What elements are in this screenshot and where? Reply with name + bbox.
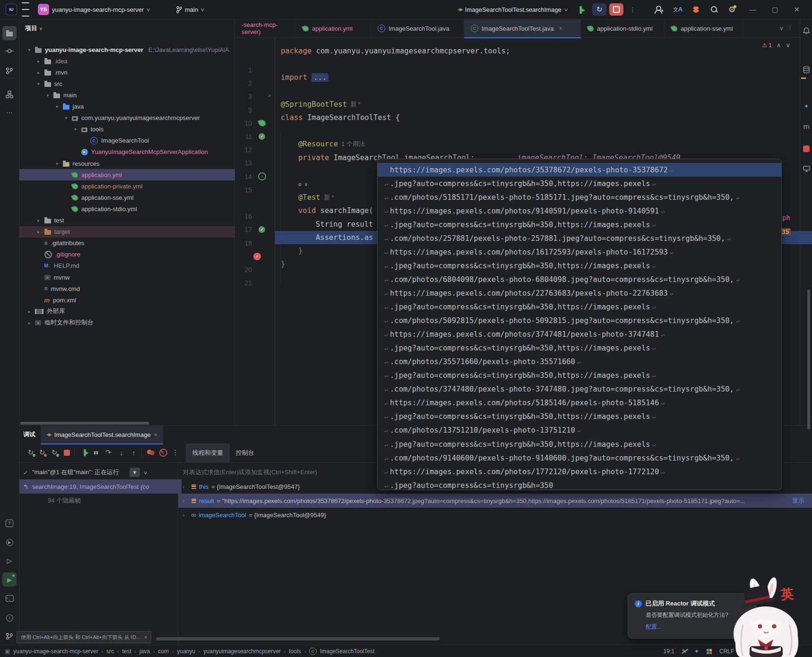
- close-icon[interactable]: ×: [154, 431, 158, 438]
- more-tools-icon[interactable]: ⋯: [2, 105, 17, 119]
- tree-item-.idea[interactable]: ▸.idea: [19, 55, 251, 67]
- step-into-button[interactable]: ↓: [116, 446, 127, 459]
- problems-icon[interactable]: !: [2, 611, 17, 625]
- commit-icon[interactable]: [2, 44, 17, 58]
- intention-gear-icon[interactable]: ⚙ ∨: [298, 181, 308, 188]
- starburst-plugin-button[interactable]: [692, 0, 700, 19]
- chevron-right-icon[interactable]: ›: [183, 484, 189, 489]
- code-with-me-button[interactable]: +: [654, 0, 662, 19]
- breadcrumb-com[interactable]: com: [158, 648, 169, 655]
- popup-value-line[interactable]: ↵.com/photos/13751210/pexels-photo-13751…: [378, 424, 782, 437]
- project-panel-header[interactable]: 项目 ∨: [25, 24, 43, 33]
- horizontal-scrollbar[interactable]: [156, 637, 440, 640]
- popup-value-line[interactable]: ↵.com/photos/35571660/pexels-photo-35571…: [378, 355, 782, 369]
- step-over-button[interactable]: ↷: [103, 446, 114, 459]
- tree-item-mvnw.cmd[interactable]: ≡mvnw.cmd: [19, 283, 251, 294]
- fold-chevron-icon[interactable]: >: [268, 93, 271, 98]
- tree-chevron-icon[interactable]: ▾: [72, 127, 79, 132]
- tab-application.yml[interactable]: application.yml: [296, 19, 371, 37]
- vcs-branch-widget[interactable]: main ∨: [176, 0, 205, 19]
- chevron-right-icon[interactable]: ›: [183, 512, 189, 518]
- caret-position[interactable]: 19:1: [664, 648, 674, 655]
- tree-item-yuanyu-image-search-mcp-server[interactable]: ▾yuanyu-image-search-mcp-serverE:\JavaLe…: [19, 44, 241, 55]
- tree-item-main[interactable]: ▾main: [19, 89, 259, 101]
- tab-ImageSearchToolTest.java[interactable]: CImageSearchToolTest.java×: [464, 19, 581, 38]
- breadcrumb-yuanyuimagesearchmcpserver[interactable]: yuanyuimagesearchmcpserver: [204, 648, 281, 655]
- popup-value-line[interactable]: ↵.jpeg?auto=compress&cs=tinysrgb&h=350,h…: [378, 218, 782, 231]
- resume-program-button[interactable]: ▐▶: [578, 0, 584, 19]
- tree-item-外部库[interactable]: ▸外部库: [19, 306, 241, 317]
- run-configuration-widget[interactable]: ◀▶ ImageSearchToolTest.searchImage ∨: [458, 0, 568, 19]
- popup-value-line[interactable]: ↵https://images.pexels.com/photos/227636…: [378, 286, 782, 300]
- tree-item-.mvn[interactable]: ▸.mvn: [19, 67, 251, 78]
- popup-value-line[interactable]: ↵.com/photos/5185171/pexels-photo-518517…: [378, 190, 782, 204]
- variable-row-result[interactable]: ›result = "https://images.pexels.com/pho…: [178, 494, 812, 508]
- tree-chevron-icon[interactable]: ▾: [35, 81, 42, 86]
- breadcrumb-yuanyu-image-search-mcp-server[interactable]: yuanyu-image-search-mcp-server: [13, 648, 98, 655]
- tree-chevron-icon[interactable]: ▾: [54, 104, 60, 109]
- tree-item-java[interactable]: ▾java: [19, 101, 269, 112]
- structure-icon[interactable]: [2, 87, 17, 102]
- more-actions-button[interactable]: ⋮: [630, 0, 636, 19]
- popup-scrollbar[interactable]: [807, 290, 810, 429]
- popup-value-line[interactable]: ↵.jpeg?auto=compress&cs=tinysrgb&h=350,h…: [378, 341, 782, 355]
- horizontal-scrollbar[interactable]: [20, 422, 149, 425]
- popup-value-line[interactable]: ↵https://images.pexels.com/photos/161725…: [378, 245, 782, 259]
- readonly-icon[interactable]: ✎: [682, 648, 687, 655]
- popup-value-line[interactable]: ↵.com/photos/5092815/pexels-photo-509281…: [378, 314, 782, 328]
- tree-item-.gitattributes[interactable]: ≡.gitattributes: [19, 238, 251, 249]
- translation-plugin-icon[interactable]: T: [2, 516, 17, 530]
- tree-item-target[interactable]: ▸target: [19, 226, 251, 238]
- maximize-button[interactable]: ▢: [772, 0, 785, 19]
- breadcrumb-tools[interactable]: tools: [289, 648, 301, 655]
- tree-item-HELP.md[interactable]: M↓HELP.md: [19, 260, 251, 272]
- settings-button[interactable]: ⚙: [728, 0, 735, 19]
- debug-tab-控制台[interactable]: 控制台: [229, 444, 261, 462]
- chevron-right-icon[interactable]: ›: [183, 498, 189, 503]
- pull-requests-icon[interactable]: [2, 64, 17, 78]
- frame-row[interactable]: ↰searchImage:19, ImageSearchToolTest (co: [19, 479, 181, 494]
- view-link[interactable]: 显示: [792, 496, 804, 505]
- breadcrumb-yuanyu[interactable]: yuanyu: [177, 648, 195, 655]
- tab--search-mcp-server)[interactable]: -search-mcp-server): [235, 19, 296, 37]
- popup-value-line[interactable]: https://images.pexels.com/photos/3537867…: [378, 163, 782, 177]
- close-button[interactable]: ✕: [794, 0, 807, 19]
- rerun-failed-button[interactable]: ↻: [36, 446, 48, 459]
- services-icon[interactable]: ▶: [2, 535, 17, 549]
- tab-ImageSearchTool.java[interactable]: CImageSearchTool.java: [371, 19, 464, 37]
- popup-value-line[interactable]: ↵.jpeg?auto=compress&cs=tinysrgb&h=350,h…: [378, 177, 782, 190]
- tree-chevron-icon[interactable]: ▾: [63, 115, 69, 120]
- tree-item-临时文件和控制台[interactable]: ▸>临时文件和控制台: [19, 317, 241, 328]
- translate-button[interactable]: 文A: [673, 0, 682, 19]
- chevron-down-icon[interactable]: ∨: [143, 470, 148, 475]
- popup-value-line[interactable]: ↵.jpeg?auto=compress&cs=tinysrgb&h=350,h…: [378, 410, 782, 424]
- popup-value-line[interactable]: ↵https://images.pexels.com/photos/914059…: [378, 204, 782, 218]
- tree-item-resources[interactable]: ▾resources: [19, 158, 269, 169]
- variable-row-imageSearchTool[interactable]: ›ooimageSearchTool = {ImageSearchTool@95…: [178, 508, 812, 522]
- tree-item-src[interactable]: ▾src: [19, 78, 251, 89]
- main-menu-button[interactable]: [22, 0, 29, 19]
- tree-chevron-icon[interactable]: ▸: [26, 320, 33, 325]
- tree-chevron-icon[interactable]: ▾: [44, 93, 51, 98]
- breakpoint-icon[interactable]: ✓: [253, 252, 261, 261]
- git-icon[interactable]: [2, 629, 17, 643]
- popup-value-line[interactable]: ↵.com/photos/9140600/pexels-photo-914060…: [378, 451, 782, 465]
- breadcrumb-ImageSearchToolTest[interactable]: ImageSearchToolTest: [320, 648, 374, 655]
- debug-panel-label[interactable]: 调试: [23, 430, 35, 439]
- popup-value-line[interactable]: ↵https://images.pexels.com/photos/177212…: [378, 465, 782, 478]
- minimize-button[interactable]: —: [750, 0, 763, 19]
- terminal-icon[interactable]: >_: [2, 591, 17, 606]
- pause-button[interactable]: ▮▮: [90, 446, 102, 459]
- frame-row[interactable]: ✓"main"@1 在组"main": 正在运行▼∨: [19, 465, 181, 479]
- breadcrumb-src[interactable]: src: [106, 648, 114, 655]
- tree-chevron-icon[interactable]: ▾: [54, 161, 60, 166]
- debug-session-tab[interactable]: ◀▶ ImageSearchToolTest.searchImage ×: [41, 426, 163, 444]
- notifications-icon[interactable]: [801, 25, 812, 36]
- code-line[interactable]: import ...: [275, 71, 805, 84]
- tree-chevron-icon[interactable]: ▸: [35, 59, 42, 64]
- popup-value-line[interactable]: ↵.jpeg?auto=compress&cs=tinysrgb&h=350,h…: [378, 259, 782, 273]
- tree-item-mvnw[interactable]: >mvnw: [19, 272, 251, 283]
- popup-value-line[interactable]: ↵https://images.pexels.com/photos/374748…: [378, 328, 782, 341]
- popup-value-line[interactable]: ↵.com/photos/257881/pexels-photo-257881.…: [378, 231, 782, 245]
- tree-chevron-icon[interactable]: ▸: [35, 229, 42, 234]
